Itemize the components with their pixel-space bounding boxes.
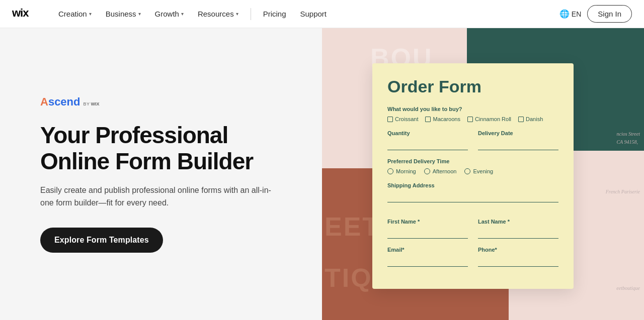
quantity-delivery-row: Quantity Delivery Date — [387, 130, 558, 150]
chevron-down-icon: ▾ — [236, 11, 238, 17]
radio-morning[interactable]: Morning — [387, 168, 416, 174]
buy-question-section: What would you like to buy? Croissant Ma… — [387, 106, 558, 122]
ascend-logo: Ascend BY WIX — [40, 95, 282, 109]
nav-label-support: Support — [300, 10, 327, 18]
order-form-card: Order Form What would you like to buy? C… — [372, 63, 574, 289]
checkbox-group: Croissant Macaroons Cinnamon Roll Danish — [387, 116, 558, 122]
quantity-input[interactable] — [387, 139, 468, 150]
explore-templates-button[interactable]: Explore Form Templates — [40, 228, 163, 253]
nav-item-creation[interactable]: Creation ▾ — [52, 7, 98, 21]
chevron-down-icon: ▾ — [138, 11, 141, 17]
checkbox-macaroons[interactable]: Macaroons — [425, 116, 460, 122]
svg-text:wix: wix — [12, 7, 29, 19]
address-text: ncios Street CA 94158, — [616, 130, 640, 146]
nav-item-business[interactable]: Business ▾ — [100, 7, 147, 21]
radio-circle-morning[interactable] — [387, 168, 393, 174]
hero-left: Ascend BY WIX Your Professional Online F… — [0, 28, 322, 320]
hero-title: Your Professional Online Form Builder — [40, 123, 282, 174]
hero-subtitle: Easily create and publish professional o… — [40, 184, 282, 209]
hero-title-line1: Your Professional — [40, 122, 228, 148]
page-wrapper: Ascend BY WIX Your Professional Online F… — [0, 0, 644, 320]
checkbox-box-macaroons[interactable] — [425, 117, 431, 122]
delivery-time-label: Preferred Delivery Time — [387, 158, 558, 164]
email-input[interactable] — [387, 256, 468, 267]
nav-label-pricing: Pricing — [263, 10, 286, 18]
phone-input[interactable] — [478, 256, 558, 267]
email-label: Email* — [387, 247, 468, 253]
checkbox-label-macaroons: Macaroons — [433, 116, 460, 122]
wix-logo[interactable]: wix — [12, 6, 36, 22]
radio-label-afternoon: Afternoon — [433, 168, 457, 174]
nav-item-resources[interactable]: Resources ▾ — [192, 7, 245, 21]
ascend-rest: scend — [48, 95, 80, 108]
hero-right: BOU EET TIQUE ncios Street CA 94158, Fre… — [322, 28, 644, 320]
delivery-date-field: Delivery Date — [478, 130, 558, 150]
language-label: EN — [572, 10, 581, 18]
nav-label-resources: Resources — [198, 10, 234, 18]
last-name-field: Last Name * — [478, 219, 558, 239]
first-name-field: First Name * — [387, 219, 468, 239]
first-name-input[interactable] — [387, 228, 468, 239]
phone-field: Phone* — [478, 247, 558, 267]
globe-icon: 🌐 — [559, 9, 570, 19]
form-title: Order Form — [387, 77, 558, 96]
delivery-date-label: Delivery Date — [478, 130, 558, 136]
quantity-field: Quantity — [387, 130, 468, 150]
radio-circle-evening[interactable] — [464, 168, 470, 174]
phone-label: Phone* — [478, 247, 558, 253]
checkbox-cinnamon[interactable]: Cinnamon Roll — [467, 116, 511, 122]
chevron-down-icon: ▾ — [89, 11, 92, 17]
nav-label-growth: Growth — [155, 10, 179, 18]
delivery-time-section: Preferred Delivery Time Morning Afternoo… — [387, 158, 558, 174]
hero-title-line2: Online Form Builder — [40, 148, 253, 174]
chevron-down-icon: ▾ — [181, 11, 184, 17]
ascend-a: A — [40, 95, 48, 108]
radio-circle-afternoon[interactable] — [424, 168, 430, 174]
language-selector[interactable]: 🌐 EN — [559, 9, 581, 19]
checkbox-label-danish: Danish — [526, 116, 543, 122]
checkbox-danish[interactable]: Danish — [518, 116, 543, 122]
last-name-label: Last Name * — [478, 219, 558, 225]
french-text: French Pariserie — [606, 189, 640, 194]
radio-label-evening: Evening — [473, 168, 493, 174]
address-line1: ncios Street — [616, 130, 640, 138]
shipping-section: Shipping Address — [387, 182, 558, 210]
radio-afternoon[interactable]: Afternoon — [424, 168, 457, 174]
shipping-label: Shipping Address — [387, 182, 558, 188]
signin-button[interactable]: Sign In — [587, 5, 632, 23]
radio-label-morning: Morning — [396, 168, 416, 174]
boutique-text: eetboutique — [616, 285, 640, 291]
nav-items: Creation ▾ Business ▾ Growth ▾ Resources… — [52, 7, 559, 21]
checkbox-box-danish[interactable] — [518, 117, 524, 122]
checkbox-box-croissant[interactable] — [387, 117, 393, 122]
ascend-by: BY — [83, 101, 90, 106]
nav-label-creation: Creation — [58, 10, 87, 18]
email-field: Email* — [387, 247, 468, 267]
name-row: First Name * Last Name * — [387, 219, 558, 239]
nav-item-pricing[interactable]: Pricing — [257, 7, 292, 21]
address-line2: CA 94158, — [616, 138, 640, 146]
shipping-address-input[interactable] — [387, 191, 558, 202]
ascend-text: Ascend — [40, 95, 80, 109]
first-name-label: First Name * — [387, 219, 468, 225]
checkbox-label-cinnamon: Cinnamon Roll — [475, 116, 511, 122]
radio-group: Morning Afternoon Evening — [387, 168, 558, 174]
checkbox-croissant[interactable]: Croissant — [387, 116, 418, 122]
checkbox-label-croissant: Croissant — [395, 116, 418, 122]
email-phone-row: Email* Phone* — [387, 247, 558, 267]
quantity-label: Quantity — [387, 130, 468, 136]
navbar: wix Creation ▾ Business ▾ Growth ▾ Resou… — [0, 0, 644, 28]
radio-evening[interactable]: Evening — [464, 168, 493, 174]
delivery-date-input[interactable] — [478, 139, 558, 150]
nav-right: 🌐 EN Sign In — [559, 5, 632, 23]
nav-label-business: Business — [106, 10, 136, 18]
nav-item-support[interactable]: Support — [294, 7, 333, 21]
nav-divider — [251, 8, 251, 20]
last-name-input[interactable] — [478, 228, 558, 239]
ascend-wix: WIX — [91, 101, 100, 106]
buy-question-label: What would you like to buy? — [387, 106, 558, 112]
checkbox-box-cinnamon[interactable] — [467, 117, 473, 122]
nav-item-growth[interactable]: Growth ▾ — [149, 7, 190, 21]
